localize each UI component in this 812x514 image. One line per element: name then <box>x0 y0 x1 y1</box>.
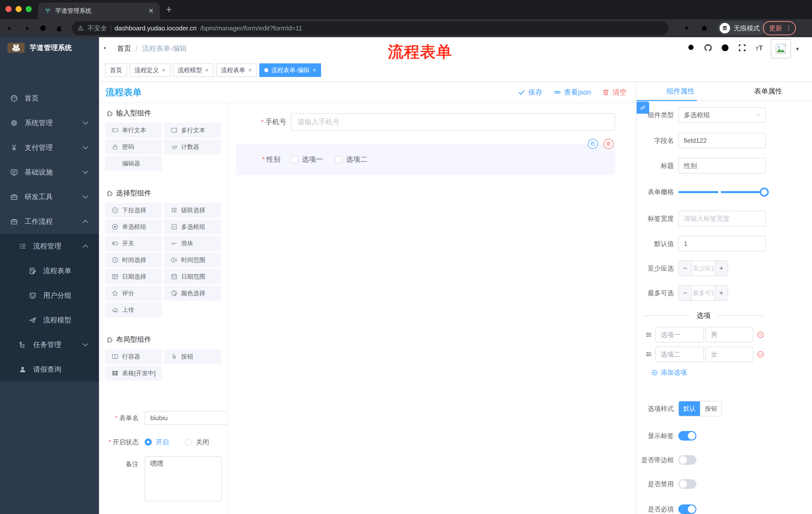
browser-tab[interactable]: 芋道管理系统 ✕ <box>38 2 160 19</box>
close-icon[interactable]: × <box>313 66 316 74</box>
sidebar-item-workflow[interactable]: 工作流程 <box>0 209 99 234</box>
decrease-button[interactable]: − <box>679 261 692 276</box>
min-select-input[interactable] <box>692 261 715 276</box>
sidebar-item-home[interactable]: 首页 <box>0 86 99 111</box>
component-chip-editor[interactable]: 编辑器 <box>105 156 162 171</box>
component-type-select[interactable] <box>678 107 766 123</box>
component-chip-select[interactable]: 下拉选择 <box>105 203 162 218</box>
browser-update-button[interactable]: 更新 <box>763 21 796 35</box>
tab-form-props[interactable]: 表单属性 <box>724 82 812 101</box>
remove-option-icon[interactable] <box>757 351 764 358</box>
component-chip-time-picker[interactable]: 时间选择 <box>105 252 162 268</box>
radio-status-on-label[interactable]: 开启 <box>156 438 169 447</box>
sidebar-item-task-mgmt[interactable]: 任务管理 <box>0 332 99 357</box>
avatar[interactable] <box>771 39 791 58</box>
sidebar-item-system-mgmt[interactable]: 系统管理 <box>0 111 99 135</box>
component-chip-slider[interactable]: 滑块 <box>164 236 221 251</box>
window-close-button[interactable] <box>5 6 11 12</box>
title-input[interactable] <box>678 158 766 173</box>
radio-status-off-label[interactable]: 关闭 <box>196 438 209 447</box>
slider-handle[interactable] <box>760 188 769 197</box>
new-tab-button[interactable]: + <box>166 3 172 16</box>
required-toggle[interactable] <box>678 505 696 514</box>
window-zoom-button[interactable] <box>26 6 32 12</box>
help-icon[interactable] <box>721 43 730 52</box>
component-chip-time-range[interactable]: 时间范围 <box>164 252 221 268</box>
style-default-button[interactable]: 默认 <box>679 401 700 416</box>
radio-status-off[interactable] <box>185 438 192 445</box>
component-chip-radio-group[interactable]: 单选框组 <box>105 219 162 234</box>
component-chip-color-picker[interactable]: 颜色选择 <box>164 286 221 301</box>
browser-menu-dots-icon[interactable] <box>785 25 792 32</box>
component-chip-single-text[interactable]: 单行文本 <box>105 123 162 138</box>
breadcrumb-home[interactable]: 首页 <box>117 44 131 53</box>
drag-handle-icon[interactable] <box>645 331 652 338</box>
component-chip-counter[interactable]: 计数器 <box>164 139 221 154</box>
copy-component-button[interactable] <box>588 139 598 149</box>
grid-slider[interactable] <box>678 184 768 200</box>
tab-close-icon[interactable]: ✕ <box>148 7 154 14</box>
close-icon[interactable]: × <box>248 66 252 74</box>
search-icon[interactable] <box>687 43 696 52</box>
sidebar-item-dev-tools[interactable]: 研发工具 <box>0 185 99 209</box>
tagview-tab-process-form[interactable]: 流程表单× <box>216 63 257 77</box>
component-chip-checkbox-group[interactable]: 多选框组 <box>164 219 221 234</box>
password-key-icon[interactable] <box>684 24 693 33</box>
sidebar-item-leave-query[interactable]: 请假查询 <box>0 357 99 382</box>
component-chip-upload[interactable]: 上传 <box>105 302 162 317</box>
logo[interactable]: 芋道管理系统 <box>0 37 99 53</box>
checkbox-unchecked[interactable] <box>335 156 342 163</box>
bookmark-star-icon[interactable] <box>700 24 709 33</box>
form-remark-textarea[interactable]: 嘿嘿 <box>145 456 222 502</box>
tab-component-props[interactable]: 组件属性 <box>637 82 724 101</box>
component-chip-table[interactable]: 表格[开发中] <box>105 366 162 381</box>
component-chip-rate[interactable]: 评分 <box>105 286 162 301</box>
form-name-input[interactable] <box>145 411 228 425</box>
fullscreen-icon[interactable] <box>737 43 747 52</box>
home-icon[interactable] <box>55 24 63 33</box>
option-2-label-input[interactable] <box>655 347 704 362</box>
component-chip-password[interactable]: 密码 <box>105 139 162 154</box>
tagview-tab-home[interactable]: 首页 <box>105 63 127 77</box>
window-minimize-button[interactable] <box>16 6 22 12</box>
increase-button[interactable]: + <box>715 261 728 276</box>
close-icon[interactable]: × <box>162 66 165 74</box>
github-icon[interactable] <box>703 43 713 52</box>
component-chip-multi-text[interactable]: 多行文本 <box>164 123 221 138</box>
sidebar-item-process-mgmt[interactable]: 流程管理 <box>0 234 99 259</box>
disabled-toggle[interactable] <box>678 479 696 489</box>
border-toggle[interactable] <box>678 455 696 465</box>
show-label-toggle[interactable] <box>678 431 696 440</box>
option-2-value-input[interactable] <box>705 347 753 362</box>
sidebar-item-process-form[interactable]: 流程表单 <box>0 259 99 283</box>
component-chip-switch[interactable]: 开关 <box>105 236 162 251</box>
phone-input[interactable] <box>291 113 615 131</box>
increase-button[interactable]: + <box>715 286 728 300</box>
sidebar-item-user-group[interactable]: 用户分组 <box>0 283 99 308</box>
component-chip-button[interactable]: 按钮 <box>164 349 221 364</box>
component-chip-date-picker[interactable]: 日期选择 <box>105 269 162 284</box>
option-1-label-input[interactable] <box>655 327 704 343</box>
security-label[interactable]: 不安全 <box>87 24 107 33</box>
decrease-button[interactable]: − <box>679 286 692 300</box>
delete-component-button[interactable] <box>604 139 613 149</box>
font-size-icon[interactable] <box>755 43 764 52</box>
tagview-tab-process-form-edit[interactable]: 流程表单-编辑× <box>259 63 321 77</box>
field-name-input[interactable] <box>678 133 766 148</box>
tagview-tab-process-definition[interactable]: 流程定义× <box>129 63 170 77</box>
sidebar-item-process-model[interactable]: 流程模型 <box>0 308 99 332</box>
sidebar-item-infrastructure[interactable]: 基础设施 <box>0 160 99 185</box>
avatar-caret-icon[interactable]: ▼ <box>795 46 800 52</box>
save-button[interactable]: 保存 <box>518 87 543 97</box>
view-json-button[interactable]: 查看json <box>553 87 591 97</box>
sidebar-item-payment-mgmt[interactable]: 支付管理 <box>0 135 99 160</box>
canvas-field-gender-selected[interactable]: *性别 选项一 选项二 <box>236 144 615 175</box>
component-chip-cascader[interactable]: 级联选择 <box>164 203 221 218</box>
component-chip-row-container[interactable]: 行容器 <box>105 349 162 364</box>
style-button-button[interactable]: 按钮 <box>700 401 722 416</box>
reload-icon[interactable] <box>39 24 47 33</box>
gender-option-1[interactable]: 选项一 <box>291 155 323 164</box>
sidebar-collapse-icon[interactable] <box>103 44 112 52</box>
gender-option-2[interactable]: 选项二 <box>335 155 367 164</box>
add-option-button[interactable]: 添加选项 <box>651 368 687 377</box>
